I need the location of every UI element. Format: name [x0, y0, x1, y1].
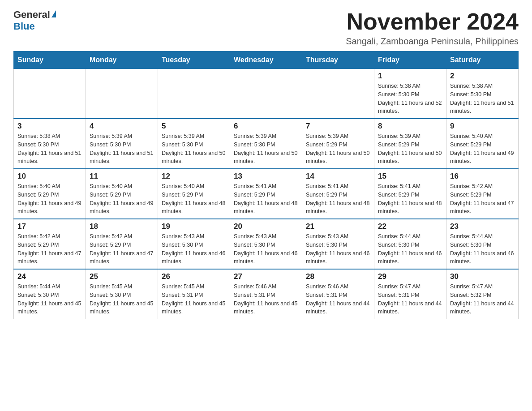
day-number: 24 [17, 272, 82, 281]
table-row: 9Sunrise: 5:40 AM Sunset: 5:29 PM Daylig… [446, 119, 519, 169]
day-info: Sunrise: 5:42 AM Sunset: 5:29 PM Dayligh… [450, 182, 515, 216]
logo-arrow-icon [51, 10, 56, 17]
day-number: 3 [17, 122, 82, 131]
day-info: Sunrise: 5:40 AM Sunset: 5:29 PM Dayligh… [162, 182, 226, 216]
day-info: Sunrise: 5:44 AM Sunset: 5:30 PM Dayligh… [450, 232, 515, 266]
day-info: Sunrise: 5:46 AM Sunset: 5:31 PM Dayligh… [306, 283, 370, 316]
table-row: 15Sunrise: 5:41 AM Sunset: 5:29 PM Dayli… [374, 169, 446, 219]
day-number: 11 [90, 172, 154, 181]
table-row: 3Sunrise: 5:38 AM Sunset: 5:30 PM Daylig… [14, 119, 86, 169]
day-number: 5 [162, 122, 226, 131]
day-info: Sunrise: 5:39 AM Sunset: 5:29 PM Dayligh… [306, 132, 370, 166]
day-info: Sunrise: 5:40 AM Sunset: 5:29 PM Dayligh… [90, 182, 154, 216]
day-info: Sunrise: 5:39 AM Sunset: 5:30 PM Dayligh… [234, 132, 298, 166]
day-info: Sunrise: 5:40 AM Sunset: 5:29 PM Dayligh… [17, 182, 82, 216]
table-row: 1Sunrise: 5:38 AM Sunset: 5:30 PM Daylig… [374, 69, 446, 119]
day-number: 21 [306, 222, 370, 231]
day-info: Sunrise: 5:41 AM Sunset: 5:29 PM Dayligh… [234, 182, 298, 216]
day-info: Sunrise: 5:41 AM Sunset: 5:29 PM Dayligh… [306, 182, 370, 216]
logo-blue-text: Blue [13, 21, 35, 32]
title-section: November 2024 Sangali, Zamboanga Peninsu… [346, 9, 519, 47]
day-number: 6 [234, 122, 298, 131]
table-row: 23Sunrise: 5:44 AM Sunset: 5:30 PM Dayli… [446, 219, 519, 269]
location-text: Sangali, Zamboanga Peninsula, Philippine… [346, 36, 519, 47]
day-number: 4 [90, 122, 154, 131]
day-number: 20 [234, 222, 298, 231]
day-number: 2 [450, 72, 515, 81]
header-monday: Monday [86, 51, 158, 69]
day-info: Sunrise: 5:38 AM Sunset: 5:30 PM Dayligh… [450, 82, 515, 116]
day-number: 12 [162, 172, 226, 181]
header-sunday: Sunday [14, 51, 86, 69]
table-row: 25Sunrise: 5:45 AM Sunset: 5:30 PM Dayli… [86, 269, 158, 319]
calendar-week-row: 24Sunrise: 5:44 AM Sunset: 5:30 PM Dayli… [14, 269, 519, 319]
day-info: Sunrise: 5:41 AM Sunset: 5:29 PM Dayligh… [378, 182, 442, 216]
table-row [302, 69, 374, 119]
table-row: 22Sunrise: 5:44 AM Sunset: 5:30 PM Dayli… [374, 219, 446, 269]
day-info: Sunrise: 5:47 AM Sunset: 5:31 PM Dayligh… [378, 283, 442, 316]
day-info: Sunrise: 5:44 AM Sunset: 5:30 PM Dayligh… [378, 232, 442, 266]
day-info: Sunrise: 5:43 AM Sunset: 5:30 PM Dayligh… [306, 232, 370, 266]
day-number: 27 [234, 272, 298, 281]
page-header: General Blue November 2024 Sangali, Zamb… [13, 9, 519, 47]
header-friday: Friday [374, 51, 446, 69]
day-info: Sunrise: 5:39 AM Sunset: 5:30 PM Dayligh… [90, 132, 154, 166]
table-row: 4Sunrise: 5:39 AM Sunset: 5:30 PM Daylig… [86, 119, 158, 169]
table-row: 17Sunrise: 5:42 AM Sunset: 5:29 PM Dayli… [14, 219, 86, 269]
table-row: 13Sunrise: 5:41 AM Sunset: 5:29 PM Dayli… [230, 169, 302, 219]
table-row: 26Sunrise: 5:45 AM Sunset: 5:31 PM Dayli… [158, 269, 230, 319]
table-row: 28Sunrise: 5:46 AM Sunset: 5:31 PM Dayli… [302, 269, 374, 319]
table-row: 16Sunrise: 5:42 AM Sunset: 5:29 PM Dayli… [446, 169, 519, 219]
day-number: 18 [90, 222, 154, 231]
day-number: 9 [450, 122, 515, 131]
day-info: Sunrise: 5:45 AM Sunset: 5:30 PM Dayligh… [90, 283, 154, 316]
day-info: Sunrise: 5:40 AM Sunset: 5:29 PM Dayligh… [450, 132, 515, 166]
table-row: 21Sunrise: 5:43 AM Sunset: 5:30 PM Dayli… [302, 219, 374, 269]
header-thursday: Thursday [302, 51, 374, 69]
day-number: 1 [378, 72, 442, 81]
day-info: Sunrise: 5:38 AM Sunset: 5:30 PM Dayligh… [17, 132, 82, 166]
day-info: Sunrise: 5:39 AM Sunset: 5:29 PM Dayligh… [378, 132, 442, 166]
header-saturday: Saturday [446, 51, 519, 69]
header-tuesday: Tuesday [158, 51, 230, 69]
day-number: 28 [306, 272, 370, 281]
day-number: 23 [450, 222, 515, 231]
day-number: 17 [17, 222, 82, 231]
day-number: 8 [378, 122, 442, 131]
table-row: 29Sunrise: 5:47 AM Sunset: 5:31 PM Dayli… [374, 269, 446, 319]
table-row: 5Sunrise: 5:39 AM Sunset: 5:30 PM Daylig… [158, 119, 230, 169]
table-row [158, 69, 230, 119]
table-row: 12Sunrise: 5:40 AM Sunset: 5:29 PM Dayli… [158, 169, 230, 219]
day-number: 13 [234, 172, 298, 181]
day-number: 10 [17, 172, 82, 181]
table-row: 10Sunrise: 5:40 AM Sunset: 5:29 PM Dayli… [14, 169, 86, 219]
day-info: Sunrise: 5:43 AM Sunset: 5:30 PM Dayligh… [162, 232, 226, 266]
calendar-week-row: 17Sunrise: 5:42 AM Sunset: 5:29 PM Dayli… [14, 219, 519, 269]
table-row: 11Sunrise: 5:40 AM Sunset: 5:29 PM Dayli… [86, 169, 158, 219]
table-row [14, 69, 86, 119]
month-title: November 2024 [346, 9, 519, 34]
day-number: 26 [162, 272, 226, 281]
calendar-week-row: 1Sunrise: 5:38 AM Sunset: 5:30 PM Daylig… [14, 69, 519, 119]
calendar-week-row: 3Sunrise: 5:38 AM Sunset: 5:30 PM Daylig… [14, 119, 519, 169]
logo-general-text: General [13, 9, 50, 21]
day-info: Sunrise: 5:38 AM Sunset: 5:30 PM Dayligh… [378, 82, 442, 116]
day-number: 14 [306, 172, 370, 181]
day-number: 30 [450, 272, 515, 281]
day-info: Sunrise: 5:47 AM Sunset: 5:32 PM Dayligh… [450, 283, 515, 316]
day-number: 19 [162, 222, 226, 231]
calendar-week-row: 10Sunrise: 5:40 AM Sunset: 5:29 PM Dayli… [14, 169, 519, 219]
day-info: Sunrise: 5:43 AM Sunset: 5:30 PM Dayligh… [234, 232, 298, 266]
calendar-header-row: Sunday Monday Tuesday Wednesday Thursday… [14, 51, 519, 69]
day-number: 22 [378, 222, 442, 231]
table-row: 30Sunrise: 5:47 AM Sunset: 5:32 PM Dayli… [446, 269, 519, 319]
table-row: 7Sunrise: 5:39 AM Sunset: 5:29 PM Daylig… [302, 119, 374, 169]
day-info: Sunrise: 5:45 AM Sunset: 5:31 PM Dayligh… [162, 283, 226, 316]
day-info: Sunrise: 5:39 AM Sunset: 5:30 PM Dayligh… [162, 132, 226, 166]
day-number: 15 [378, 172, 442, 181]
table-row: 19Sunrise: 5:43 AM Sunset: 5:30 PM Dayli… [158, 219, 230, 269]
header-wednesday: Wednesday [230, 51, 302, 69]
table-row [86, 69, 158, 119]
day-number: 7 [306, 122, 370, 131]
day-number: 16 [450, 172, 515, 181]
